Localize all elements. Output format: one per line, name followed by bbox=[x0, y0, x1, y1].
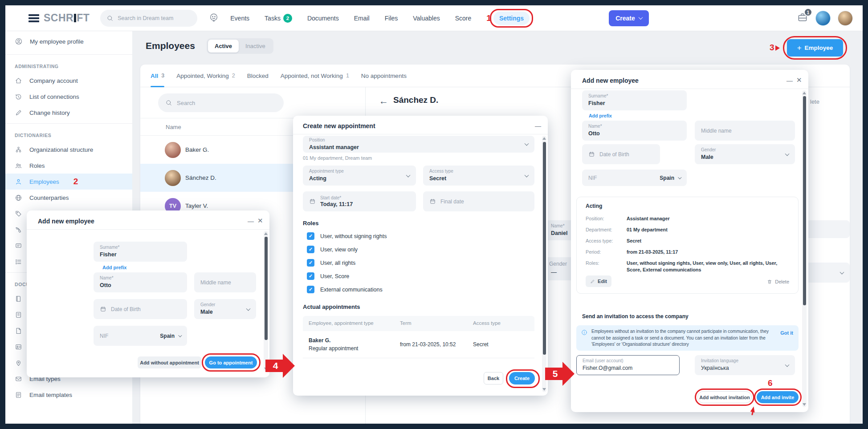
checkbox-checked[interactable]: ✓ bbox=[307, 246, 314, 253]
add-prefix-link[interactable]: Add prefix bbox=[102, 265, 126, 270]
middle-name-field[interactable]: Middle name bbox=[194, 272, 256, 292]
scrollbar-thumb[interactable] bbox=[803, 96, 806, 305]
modal-add-new-employee-2: Add new employee — ✕ Surname*Fisher Add … bbox=[571, 70, 808, 412]
team-avatar[interactable] bbox=[815, 11, 831, 26]
add-and-invite-button[interactable]: Add and invite bbox=[757, 391, 799, 403]
delete-appointment-button[interactable]: Delete bbox=[767, 279, 789, 284]
add-employee-button[interactable]: + Employee bbox=[787, 39, 843, 57]
sidebar-item-organizational-structure[interactable]: Organizational structure bbox=[5, 142, 132, 158]
nav-tasks[interactable]: Tasks2 bbox=[265, 14, 292, 23]
date-of-birth-field[interactable]: Date of Birth bbox=[94, 299, 187, 319]
user-avatar[interactable] bbox=[838, 11, 853, 26]
create-button[interactable]: Create bbox=[609, 10, 649, 26]
scrollbar-thumb[interactable] bbox=[265, 237, 268, 340]
tab-no-appointments[interactable]: No appointments bbox=[361, 65, 407, 87]
toggle-active[interactable]: Active bbox=[208, 40, 239, 53]
appointment-type-field[interactable]: Appointment typeActing bbox=[303, 166, 416, 186]
scroll-up-icon[interactable] bbox=[803, 92, 806, 94]
got-it-link[interactable]: Got it bbox=[780, 330, 793, 336]
global-search-input[interactable] bbox=[118, 15, 189, 21]
sidebar-item-email-templates[interactable]: Email templates bbox=[5, 387, 132, 403]
global-search[interactable] bbox=[100, 10, 197, 27]
sidebar-item-counterparties[interactable]: Counterparties bbox=[5, 190, 132, 206]
employee-search-input[interactable] bbox=[177, 100, 266, 106]
checkbox-checked[interactable]: ✓ bbox=[307, 259, 314, 267]
email-field[interactable]: Email (user account) Fisher.O@gmail.com bbox=[576, 355, 680, 375]
nif-country-select[interactable]: Spain bbox=[160, 333, 181, 339]
checkbox-checked[interactable]: ✓ bbox=[307, 232, 314, 240]
support-icon[interactable] bbox=[209, 12, 219, 24]
logo[interactable]: SCHRFT bbox=[44, 12, 90, 24]
invitation-language-field[interactable]: Invitation languageУкраїнська bbox=[695, 355, 795, 375]
sidebar-item-change-history[interactable]: Change history bbox=[5, 105, 132, 121]
department-hint: 01 My department, Dream team bbox=[303, 155, 372, 161]
name-field[interactable]: Name*Otto bbox=[582, 121, 687, 141]
back-arrow-icon[interactable]: ← bbox=[379, 96, 388, 106]
delete-button-fragment[interactable]: lete bbox=[810, 98, 819, 105]
close-icon[interactable]: ✕ bbox=[796, 76, 802, 84]
access-type-field[interactable]: Access typeSecret bbox=[423, 166, 534, 186]
nif-field[interactable]: NIF Spain bbox=[94, 326, 187, 346]
gender-field[interactable]: GenderMale bbox=[194, 299, 256, 319]
nav-documents[interactable]: Documents bbox=[307, 15, 339, 22]
annotation-step-3: 3 bbox=[770, 43, 780, 53]
sidebar-item-list-of-connections[interactable]: List of connections bbox=[5, 89, 132, 105]
appointment-table-row[interactable]: Baker G. Regular appointment from 21-03-… bbox=[303, 331, 534, 358]
minimize-icon[interactable]: — bbox=[248, 218, 254, 225]
modal2-scrollbar[interactable] bbox=[542, 136, 546, 392]
middle-name-field[interactable]: Middle name bbox=[695, 121, 795, 141]
close-icon[interactable]: ✕ bbox=[257, 217, 263, 225]
sidebar-item-my-employee-profile[interactable]: My employee profile bbox=[5, 31, 132, 52]
scrollbar-thumb[interactable] bbox=[543, 142, 546, 355]
nif-country-select[interactable]: Spain bbox=[660, 175, 681, 181]
position-field[interactable]: PositionAssistant manager bbox=[303, 136, 534, 153]
nav-score[interactable]: Score bbox=[455, 15, 472, 22]
go-to-appointment-button[interactable]: Go to appointment bbox=[205, 356, 257, 368]
scroll-down-icon[interactable] bbox=[803, 403, 806, 406]
gender-field[interactable]: GenderMale bbox=[695, 144, 795, 164]
tab-blocked[interactable]: Blocked bbox=[247, 65, 269, 87]
briefcase-icon[interactable]: 1 bbox=[797, 12, 808, 24]
minimize-icon[interactable]: — bbox=[535, 122, 541, 130]
nif-field[interactable]: NIF Spain bbox=[582, 170, 687, 186]
nav-files[interactable]: Files bbox=[385, 15, 398, 22]
surname-field[interactable]: Surname*Fisher bbox=[94, 242, 187, 262]
envelope-icon bbox=[15, 375, 22, 383]
add-prefix-link[interactable]: Add prefix bbox=[589, 113, 612, 118]
employee-search[interactable] bbox=[158, 93, 284, 112]
minimize-icon[interactable]: — bbox=[786, 77, 793, 84]
edit-appointment-button[interactable]: Edit bbox=[586, 275, 611, 287]
toggle-inactive[interactable]: Inactive bbox=[239, 40, 272, 53]
scroll-up-icon[interactable] bbox=[264, 232, 268, 235]
tab-appointed-not-working[interactable]: Appointed, not Working1 bbox=[281, 65, 349, 87]
sidebar-item-company-account[interactable]: Company account bbox=[5, 73, 132, 89]
detail-dropdown-fragment bbox=[806, 263, 850, 283]
surname-field[interactable]: Surname*Fisher bbox=[582, 90, 687, 110]
sidebar-item-roles[interactable]: Roles bbox=[5, 158, 132, 174]
tab-all[interactable]: All3 bbox=[151, 65, 164, 87]
checkbox-checked[interactable]: ✓ bbox=[307, 286, 314, 293]
nav-email[interactable]: Email bbox=[354, 15, 370, 22]
nav-valuables[interactable]: Valuables bbox=[413, 15, 440, 22]
add-without-appointment-button[interactable]: Add without appointment bbox=[138, 356, 201, 368]
chevron-down-icon bbox=[678, 175, 681, 179]
tab-appointed-working[interactable]: Appointed, Working2 bbox=[176, 65, 235, 87]
hamburger-menu-icon[interactable] bbox=[29, 14, 39, 22]
checkbox-checked[interactable]: ✓ bbox=[307, 272, 314, 280]
name-field[interactable]: Name*Otto bbox=[94, 272, 187, 292]
nav-settings[interactable]: Settings bbox=[493, 12, 530, 25]
modal1-scrollbar[interactable] bbox=[264, 231, 268, 372]
start-date-field[interactable]: Start date* Today, 11:17 bbox=[303, 191, 416, 211]
history-icon bbox=[15, 93, 22, 101]
date-of-birth-field[interactable]: Date of Birth bbox=[582, 144, 660, 164]
scroll-down-icon[interactable] bbox=[542, 388, 546, 391]
scroll-up-icon[interactable] bbox=[542, 137, 546, 140]
nav-events[interactable]: Events bbox=[230, 15, 249, 22]
modal3-scrollbar[interactable] bbox=[802, 90, 807, 407]
sidebar-item-employees[interactable]: Employees 2 bbox=[5, 174, 132, 190]
create-appointment-button[interactable]: Create bbox=[509, 372, 535, 384]
add-without-invitation-button[interactable]: Add without invitation bbox=[697, 391, 752, 403]
final-date-field[interactable]: Final date bbox=[423, 191, 534, 211]
divider bbox=[5, 123, 132, 124]
back-button[interactable]: Back bbox=[484, 372, 503, 384]
